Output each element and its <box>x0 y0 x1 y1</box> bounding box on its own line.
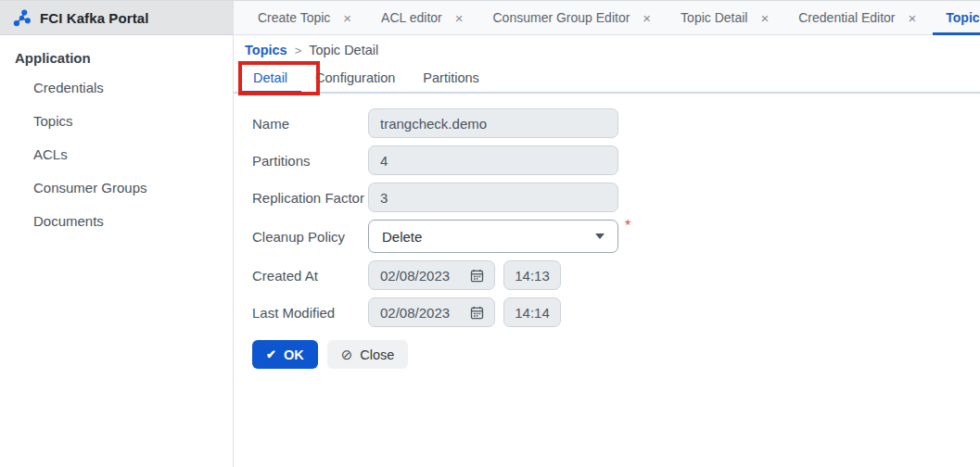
tab-topic-detail-2-active[interactable]: Topic Detail × <box>931 1 980 34</box>
subtab-detail[interactable]: Detail <box>239 63 301 94</box>
tab-label: Create Topic <box>258 10 330 25</box>
subtab-bar: Detail Configuration Partitions <box>234 63 980 94</box>
close-button[interactable]: ⊘ Close <box>327 340 409 369</box>
tab-label: Topic Detail <box>681 10 747 25</box>
tab-create-topic[interactable]: Create Topic × <box>243 1 366 34</box>
last-modified-time-input[interactable]: 14:14 <box>503 297 561 327</box>
close-button-label: Close <box>360 347 394 362</box>
calendar-icon <box>470 269 484 283</box>
sidebar-section-application: Application <box>0 35 233 71</box>
replication-factor-input[interactable] <box>368 183 618 212</box>
ok-button[interactable]: ✔ OK <box>252 340 318 369</box>
created-at-date-input[interactable]: 02/08/2023 <box>368 260 495 290</box>
name-input[interactable] <box>368 108 618 138</box>
subtab-configuration[interactable]: Configuration <box>301 63 409 94</box>
partitions-input[interactable] <box>368 145 618 175</box>
close-tab-icon[interactable]: × <box>455 11 464 25</box>
last-modified-label: Last Modified <box>252 305 368 321</box>
share-nodes-logo-icon <box>13 9 31 27</box>
subtab-partitions[interactable]: Partitions <box>409 63 492 94</box>
breadcrumb-separator: > <box>295 44 302 57</box>
main-area: Create Topic × ACL editor × Consumer Gro… <box>234 1 980 467</box>
created-at-time-value: 14:13 <box>515 268 550 284</box>
last-modified-time-value: 14:14 <box>515 305 550 321</box>
tab-acl-editor[interactable]: ACL editor × <box>366 1 477 34</box>
breadcrumb: Topics > Topic Detail <box>234 35 980 63</box>
sidebar-item-acls[interactable]: ACLs <box>0 138 233 171</box>
cleanup-policy-value: Delete <box>382 229 422 245</box>
tab-credential-editor[interactable]: Credential Editor × <box>783 1 931 34</box>
form-actions: ✔ OK ⊘ Close <box>252 340 980 369</box>
tab-label: Credential Editor <box>798 10 895 25</box>
close-tab-icon[interactable]: × <box>909 11 917 25</box>
sidebar: FCI Kafka Portal Application Credentials… <box>0 1 234 467</box>
last-modified-date-value: 02/08/2023 <box>380 305 450 321</box>
sidebar-header: FCI Kafka Portal <box>0 1 233 35</box>
cleanup-policy-label: Cleanup Policy <box>252 229 368 245</box>
tab-label: Topic Detail <box>946 10 980 25</box>
calendar-icon <box>470 306 484 320</box>
content-panel: Topics > Topic Detail Detail Configurati… <box>234 35 980 467</box>
sidebar-item-credentials[interactable]: Credentials <box>0 71 233 105</box>
tab-consumer-group-editor[interactable]: Consumer Group Editor × <box>478 1 667 34</box>
ok-button-label: OK <box>284 347 304 362</box>
chevron-down-icon <box>595 234 605 239</box>
tab-label: Consumer Group Editor <box>493 10 630 25</box>
app-window: FCI Kafka Portal Application Credentials… <box>0 0 980 467</box>
sidebar-item-topics[interactable]: Topics <box>0 105 233 138</box>
created-at-label: Created At <box>252 268 368 284</box>
cleanup-policy-dropdown[interactable]: Delete <box>368 220 618 253</box>
topic-detail-form: Name Partitions Replication Factor Clean… <box>234 94 980 369</box>
partitions-label: Partitions <box>252 153 368 169</box>
replication-factor-label: Replication Factor <box>252 190 368 206</box>
close-tab-icon[interactable]: × <box>643 11 651 25</box>
tab-label: ACL editor <box>381 10 442 25</box>
breadcrumb-current: Topic Detail <box>309 43 378 57</box>
tab-topic-detail-1[interactable]: Topic Detail × <box>666 1 783 34</box>
sidebar-item-documents[interactable]: Documents <box>0 205 233 238</box>
app-title: FCI Kafka Portal <box>40 10 148 26</box>
name-label: Name <box>252 116 368 132</box>
last-modified-date-input[interactable]: 02/08/2023 <box>368 297 495 327</box>
close-tab-icon[interactable]: × <box>760 11 769 25</box>
ban-icon: ⊘ <box>341 347 353 363</box>
check-icon: ✔ <box>266 347 276 361</box>
created-at-date-value: 02/08/2023 <box>380 268 450 284</box>
required-asterisk: * <box>625 220 630 233</box>
tab-strip: Create Topic × ACL editor × Consumer Gro… <box>234 1 980 35</box>
close-tab-icon[interactable]: × <box>343 11 351 25</box>
breadcrumb-topics-link[interactable]: Topics <box>245 43 287 57</box>
created-at-time-input[interactable]: 14:13 <box>503 260 561 290</box>
sidebar-item-consumer-groups[interactable]: Consumer Groups <box>0 171 233 205</box>
